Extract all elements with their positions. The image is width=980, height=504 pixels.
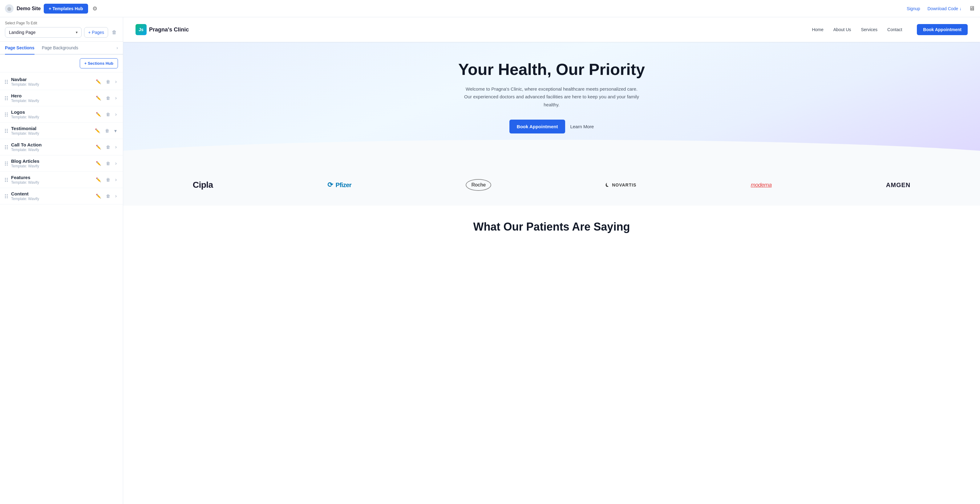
section-info-hero: Hero Template: Wavify	[11, 93, 91, 103]
nav-cta-button[interactable]: Book Appointment	[917, 24, 968, 35]
drag-handle-hero[interactable]	[5, 96, 8, 100]
edit-content-button[interactable]: ✏️	[95, 192, 102, 200]
list-item[interactable]: Testimonial Template: Wavify ✏️ 🗑 ▾	[0, 123, 123, 139]
logo-amgen: AMGEN	[886, 182, 910, 189]
section-info-testimonial: Testimonial Template: Wavify	[11, 126, 91, 136]
select-page-row: Landing Page ▾ + Pages 🗑	[5, 27, 118, 38]
drag-handle-features[interactable]	[5, 178, 8, 182]
expand-navbar-button[interactable]: ›	[114, 78, 118, 86]
section-info-logos: Logos Template: Wavify	[11, 109, 91, 119]
list-item[interactable]: Content Template: Wavify ✏️ 🗑 ›	[0, 188, 123, 204]
hero-title: Your Health, Our Priority	[135, 61, 968, 79]
download-code-button[interactable]: Download Code ↓	[928, 6, 961, 11]
delete-testimonial-button[interactable]: 🗑	[104, 127, 111, 134]
section-actions-blog: ✏️ 🗑 ›	[95, 159, 118, 167]
section-actions-testimonial: ✏️ 🗑 ▾	[94, 127, 118, 135]
preview-area: Js Pragna's Clinic Home About Us Service…	[123, 17, 980, 504]
site-icon: ◎	[5, 4, 14, 13]
nav-link-home[interactable]: Home	[812, 27, 823, 32]
expand-testimonial-button[interactable]: ▾	[113, 127, 118, 135]
delete-page-button[interactable]: 🗑	[111, 29, 118, 37]
section-actions-logos: ✏️ 🗑 ›	[95, 110, 118, 118]
tabs-expand-arrow[interactable]: ›	[116, 41, 118, 54]
delete-navbar-button[interactable]: 🗑	[105, 78, 111, 85]
list-item[interactable]: Call To Action Template: Wavify ✏️ 🗑 ›	[0, 139, 123, 155]
delete-hero-button[interactable]: 🗑	[105, 94, 111, 102]
site-name: Demo Site	[17, 6, 41, 11]
select-page-area: Select Page To Edit Landing Page ▾ + Pag…	[0, 17, 123, 41]
tab-page-sections[interactable]: Page Sections	[5, 41, 35, 54]
edit-blog-button[interactable]: ✏️	[95, 159, 102, 167]
hero-wave-decoration	[123, 140, 980, 164]
section-info-navbar: Navbar Template: Wavify	[11, 77, 91, 87]
clinic-logo-icon: Js	[135, 24, 146, 35]
section-list: Navbar Template: Wavify ✏️ 🗑 ›	[0, 72, 123, 504]
sections-hub-button[interactable]: + Sections Hub	[80, 58, 118, 69]
current-page-text: Landing Page	[9, 30, 35, 35]
section-actions-hero: ✏️ 🗑 ›	[95, 94, 118, 102]
list-item[interactable]: Blog Articles Template: Wavify ✏️ 🗑 ›	[0, 155, 123, 172]
preview-logos-section: Cipla ⟳ Pfizer Roche ⏾ NOVARTIS moderna …	[123, 164, 980, 206]
edit-logos-button[interactable]: ✏️	[95, 111, 102, 118]
list-item[interactable]: Logos Template: Wavify ✏️ 🗑 ›	[0, 106, 123, 123]
nav-link-contact[interactable]: Contact	[887, 27, 902, 32]
gear-icon: ⚙	[92, 6, 97, 12]
section-actions-content: ✏️ 🗑 ›	[95, 192, 118, 200]
list-item[interactable]: Features Template: Wavify ✏️ 🗑 ›	[0, 172, 123, 188]
drag-handle-cta[interactable]	[5, 145, 8, 149]
edit-navbar-button[interactable]: ✏️	[95, 78, 102, 85]
expand-logos-button[interactable]: ›	[114, 110, 118, 118]
expand-content-button[interactable]: ›	[114, 192, 118, 200]
top-bar-left: ◎ Demo Site + Templates Hub ⚙	[5, 4, 99, 14]
list-item[interactable]: Hero Template: Wavify ✏️ 🗑 ›	[0, 90, 123, 106]
section-info-features: Features Template: Wavify	[11, 175, 91, 185]
testimonial-title: What Our Patients Are Saying	[135, 220, 968, 233]
preview-testimonial-section: What Our Patients Are Saying	[123, 206, 980, 239]
logo-novartis: ⏾ NOVARTIS	[606, 182, 636, 187]
section-info-content: Content Template: Wavify	[11, 191, 91, 201]
section-actions-cta: ✏️ 🗑 ›	[95, 143, 118, 151]
gear-button[interactable]: ⚙	[91, 4, 99, 13]
delete-blog-button[interactable]: 🗑	[105, 159, 111, 167]
page-selector[interactable]: Landing Page ▾	[5, 27, 82, 38]
trash-icon: 🗑	[112, 30, 117, 35]
preview-page: Js Pragna's Clinic Home About Us Service…	[123, 17, 980, 504]
drag-handle-logos[interactable]	[5, 113, 8, 116]
hero-buttons: Book Appointment Learn More	[135, 120, 968, 134]
top-bar-right: Signup Download Code ↓ 🖥	[907, 5, 975, 12]
templates-hub-button[interactable]: + Templates Hub	[44, 4, 88, 14]
tab-page-backgrounds[interactable]: Page Backgrounds	[42, 41, 78, 54]
delete-content-button[interactable]: 🗑	[105, 192, 111, 200]
delete-logos-button[interactable]: 🗑	[105, 111, 111, 118]
hero-secondary-button[interactable]: Learn More	[570, 124, 594, 129]
sidebar: Select Page To Edit Landing Page ▾ + Pag…	[0, 17, 123, 504]
add-pages-button[interactable]: + Pages	[84, 27, 108, 38]
expand-features-button[interactable]: ›	[114, 176, 118, 184]
edit-features-button[interactable]: ✏️	[95, 176, 102, 183]
logo-moderna: moderna	[751, 182, 772, 188]
select-page-label: Select Page To Edit	[5, 21, 118, 25]
drag-handle-blog[interactable]	[5, 161, 8, 166]
logo-cipla: Cipla	[193, 180, 213, 190]
nav-link-about[interactable]: About Us	[834, 27, 851, 32]
chevron-down-icon: ▾	[76, 30, 78, 35]
preview-logo: Js Pragna's Clinic	[135, 24, 189, 35]
delete-features-button[interactable]: 🗑	[105, 176, 111, 183]
nav-link-services[interactable]: Services	[861, 27, 877, 32]
edit-testimonial-button[interactable]: ✏️	[94, 127, 101, 134]
hero-primary-button[interactable]: Book Appointment	[509, 120, 565, 134]
expand-hero-button[interactable]: ›	[114, 94, 118, 102]
drag-handle-testimonial[interactable]	[5, 129, 8, 133]
list-item[interactable]: Navbar Template: Wavify ✏️ 🗑 ›	[0, 74, 123, 90]
logo-pfizer: ⟳ Pfizer	[328, 181, 352, 189]
delete-cta-button[interactable]: 🗑	[105, 144, 111, 151]
main-layout: Select Page To Edit Landing Page ▾ + Pag…	[0, 17, 980, 504]
expand-blog-button[interactable]: ›	[114, 159, 118, 167]
drag-handle-content[interactable]	[5, 194, 8, 198]
expand-cta-button[interactable]: ›	[114, 143, 118, 151]
edit-hero-button[interactable]: ✏️	[95, 94, 102, 102]
edit-cta-button[interactable]: ✏️	[95, 144, 102, 151]
drag-handle-navbar[interactable]	[5, 80, 8, 84]
signup-link[interactable]: Signup	[907, 6, 920, 11]
preview-hero-section: Your Health, Our Priority Welcome to Pra…	[123, 42, 980, 164]
